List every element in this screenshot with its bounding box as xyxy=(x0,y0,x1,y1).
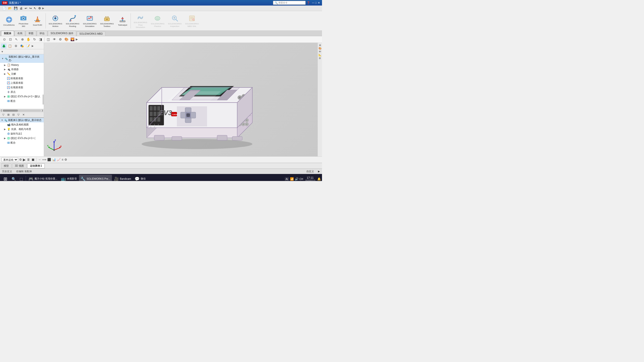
assembly-root[interactable]: ▼ 🔩 装配体1 (默认<默认_显示状态- xyxy=(0,54,44,63)
hide-show-button[interactable]: 👁 xyxy=(52,37,57,42)
lights-cameras-item[interactable]: ▶ 💡 光源、相机与布景 xyxy=(0,127,44,131)
start-button[interactable]: ⊞ xyxy=(1,175,10,181)
taskview-button[interactable]: ⬚ xyxy=(18,175,25,181)
view-orient-button[interactable]: ⊙ xyxy=(2,37,7,42)
minimize-button[interactable]: ─ xyxy=(312,1,314,5)
tab-layout[interactable]: 布局 xyxy=(15,31,25,36)
dbl-arrow-icon[interactable]: ⟹ xyxy=(42,158,46,161)
origin-item[interactable]: 原点 xyxy=(0,90,44,94)
new-button[interactable]: 📄 xyxy=(2,6,7,10)
network-icon[interactable]: 📶 xyxy=(290,177,294,181)
scroll-track[interactable] xyxy=(3,110,41,112)
property-manager-icon[interactable]: 📋 xyxy=(7,43,13,49)
front-plane-item[interactable]: 前视基准面 xyxy=(0,76,44,81)
chart-icon[interactable]: 📈 xyxy=(57,158,61,161)
zoom-button[interactable]: ⊕ xyxy=(20,37,25,42)
viewport[interactable]: 1 2 3 A B LEGO xyxy=(44,43,322,156)
help-icon[interactable]: ❓ xyxy=(307,1,310,5)
frame-icon[interactable]: ⬛ xyxy=(47,158,51,161)
scene-button[interactable]: 🌄 xyxy=(70,37,75,42)
toolbar-item-tolanalyst[interactable]: TolAnalyst xyxy=(116,15,129,27)
taskbar-item-bandicam[interactable]: 🎥 Bandicam xyxy=(112,175,133,181)
rotate-button[interactable]: ↻ xyxy=(32,37,37,42)
play-button[interactable]: ▶ xyxy=(23,158,26,162)
appearance-button[interactable]: 🎨 xyxy=(64,37,69,42)
left-panel-scrollbar[interactable]: ❮ ❯ xyxy=(0,109,44,112)
ai-label[interactable]: Ai xyxy=(285,177,289,181)
maximize-button[interactable]: □ xyxy=(315,1,317,5)
filter-comp-btn[interactable]: ⊟ xyxy=(11,113,16,117)
keyboard-icon[interactable]: CH xyxy=(300,178,303,180)
toolbar-item-photoview[interactable]: PhotoView360 xyxy=(17,13,30,28)
taskbar-item-magicfang[interactable]: 🎮 魔方小站·实现你童... xyxy=(27,175,59,181)
right-plane-item[interactable]: 右视基准面 xyxy=(0,85,44,90)
toolbar-item-scanto3d[interactable]: ScanTo3D xyxy=(31,15,44,27)
zoom-fit-button[interactable]: ⊡ xyxy=(8,37,13,42)
motion-type-select[interactable]: 基本运动 xyxy=(2,157,18,162)
options-button[interactable]: ⚙ xyxy=(37,6,42,10)
settings-icon[interactable]: ⚙ xyxy=(19,158,22,161)
ev3-part2-item[interactable]: ▶ (固定) EV3-zhu ji<1> ( xyxy=(0,136,44,141)
mate-item[interactable]: 配合 xyxy=(0,99,44,103)
feature-tree-icon[interactable]: 🌲 xyxy=(1,43,7,49)
display-style-button[interactable]: ◫ xyxy=(46,37,51,42)
filter-type-btn[interactable]: ⊞ xyxy=(6,113,11,117)
select-button[interactable]: ↖ xyxy=(33,6,37,10)
save-button[interactable]: 💾 xyxy=(13,6,18,10)
close-button[interactable]: ✕ xyxy=(318,1,320,5)
tab-assembly[interactable]: 装配体 xyxy=(1,31,14,36)
tab-3d-view[interactable]: 3D 视图 xyxy=(12,163,27,168)
vp-icon-3[interactable]: 👁 xyxy=(319,50,321,53)
scroll-left[interactable]: ❮ xyxy=(1,109,2,112)
taskbar-item-wechat[interactable]: 💬 微信 xyxy=(133,175,147,181)
toolbar-item-routing[interactable]: SOLIDWORKSRouting xyxy=(64,13,80,28)
toolbar-item-simulation[interactable]: SOLIDWORKSSimulation xyxy=(82,13,98,28)
arrow-icon[interactable]: → xyxy=(38,158,41,161)
view-cameras-item[interactable]: 📹 视向及相机视图 xyxy=(0,122,44,127)
history-item[interactable]: ▶ 📋 History xyxy=(0,63,44,67)
toolbar-item-mbd[interactable]: SOLIDWORKSMBD SNL xyxy=(184,13,200,28)
tab-model[interactable]: 模型 xyxy=(1,163,12,168)
taskbar-item-solidworks[interactable]: 🔧 SOLIDWORKS Pre... xyxy=(79,175,112,181)
top-plane-item[interactable]: 上视基准面 xyxy=(0,81,44,85)
mate2-item[interactable]: 配合 xyxy=(0,141,44,145)
tab-sketch[interactable]: 草图 xyxy=(26,31,36,36)
vp-icon-1[interactable]: ⊕ xyxy=(319,44,321,47)
ev3-part-item[interactable]: ▶ (固定) EV3-zhu ji<1> (默认 xyxy=(0,94,44,99)
toolbar-item-motion[interactable]: SOLIDWORKSMotion xyxy=(47,13,63,28)
tab-plugins[interactable]: SOLIDWORKS 插件 xyxy=(48,31,76,36)
search-taskbar[interactable]: 🔍 xyxy=(10,175,17,181)
motion-settings-icon[interactable]: ⚙ xyxy=(64,158,67,161)
vp-icon-2[interactable]: 🎨 xyxy=(318,47,321,50)
status-arrow[interactable]: ▶ xyxy=(318,170,320,173)
toolbar-item-inspection[interactable]: SOLIDWORKSInspection xyxy=(167,13,183,28)
pause-button[interactable]: ⏸ xyxy=(27,158,30,162)
toolbar-expand[interactable]: ▶ xyxy=(42,7,44,10)
clock[interactable]: 17:11 2020/2/13 xyxy=(304,176,316,181)
timeline-icon[interactable]: 📊 xyxy=(52,158,56,161)
title-controls[interactable]: ─ □ ✕ xyxy=(312,1,320,5)
panel-resize-handle[interactable] xyxy=(43,95,44,105)
toolbar-item-toolbox[interactable]: SOLIDWORKSToolbox xyxy=(99,13,115,28)
list-icon[interactable]: ≡ xyxy=(62,158,63,161)
view-settings-button[interactable]: ⚙ xyxy=(58,37,63,42)
filter-clear-btn[interactable]: ✕ xyxy=(21,113,26,117)
rotate-motor-item[interactable]: 旋转马达1 xyxy=(0,131,44,136)
stop-button[interactable]: ⏹ xyxy=(31,158,35,162)
sensors-item[interactable]: ▶ 🔌 传感器 xyxy=(0,67,44,72)
filter-btn[interactable]: ▽ xyxy=(1,113,6,117)
undo-button[interactable]: ↩ xyxy=(24,6,28,10)
select-button2[interactable]: ↖ xyxy=(14,37,19,42)
tab-mbd[interactable]: SOLIDWORKS MBD xyxy=(77,31,106,36)
redo-button[interactable]: ↪ xyxy=(28,6,32,10)
volume-icon[interactable]: 🔊 xyxy=(295,177,299,181)
print-button[interactable]: 🖨 xyxy=(19,6,23,10)
notification-icon[interactable]: 🔔 xyxy=(317,177,321,181)
vp-icon-5[interactable]: ⚙ xyxy=(319,57,321,60)
search-box[interactable]: 🔍 搜索命令 xyxy=(273,1,306,5)
toolbar-item-circuitworks[interactable]: CircuitWorks xyxy=(2,15,16,27)
view-more-button[interactable]: ▶ xyxy=(76,38,78,41)
motion-study-header[interactable]: ▼ 🔩 装配体1 (默认<默认_显示状态 xyxy=(0,118,44,122)
toolbar-item-flow[interactable]: SOLIDWORKSFlowSimulation xyxy=(132,12,148,29)
open-button[interactable]: 📂 xyxy=(7,6,13,10)
